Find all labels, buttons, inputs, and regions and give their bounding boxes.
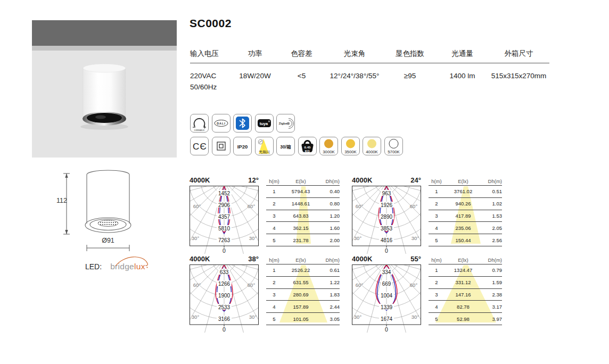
table-cell: 1448.61 bbox=[282, 201, 319, 206]
spec-value: 12°/24°/38°/55° bbox=[326, 70, 383, 93]
svg-text:3500K: 3500K bbox=[344, 150, 357, 154]
svg-text:60°: 60° bbox=[193, 282, 201, 288]
svg-text:3166: 3166 bbox=[218, 316, 231, 322]
svg-text:无频闪: 无频闪 bbox=[259, 150, 270, 154]
table-row: 4157.892.44 bbox=[266, 301, 340, 313]
spec-value: 18W/20W bbox=[233, 70, 277, 93]
table-cell: 3 bbox=[429, 292, 445, 297]
svg-text:30°: 30° bbox=[354, 235, 362, 241]
qty-per-carton-icon: 30/箱 bbox=[276, 137, 295, 155]
table-cell: 2 bbox=[266, 201, 282, 206]
svg-text:1339: 1339 bbox=[381, 304, 393, 310]
table-row: 482.783.17 bbox=[429, 301, 502, 313]
svg-text:30/箱: 30/箱 bbox=[280, 144, 291, 150]
svg-text:2906: 2906 bbox=[218, 202, 231, 208]
bluetooth-icon bbox=[234, 114, 251, 132]
illuminance-table: h(m)E(lx)Dh(m)13761.020.512940.261.02341… bbox=[429, 177, 502, 246]
svg-text:1004: 1004 bbox=[381, 293, 393, 299]
dimmable-icon: DIMMABLE bbox=[190, 114, 209, 133]
beam-angle-label: 12° bbox=[248, 176, 259, 184]
cct-4000k-icon: 4000K bbox=[363, 137, 381, 155]
table-row: 3643.831.20 bbox=[266, 210, 340, 222]
table-row: 11324.470.79 bbox=[429, 264, 502, 277]
svg-text:30°: 30° bbox=[412, 314, 419, 320]
table-cell: 4 bbox=[266, 304, 282, 310]
svg-text:4816: 4816 bbox=[381, 237, 393, 243]
beam-angle-label: 55° bbox=[410, 255, 421, 263]
spec-header: 外箱尺寸 bbox=[488, 49, 549, 59]
svg-text:2890: 2890 bbox=[381, 214, 393, 220]
table-cell: 1.20 bbox=[319, 213, 340, 219]
table-row: 552.983.97 bbox=[429, 313, 502, 325]
ip20-icon: IP20 bbox=[233, 137, 252, 155]
svg-text:334: 334 bbox=[382, 269, 391, 275]
svg-text:1452: 1452 bbox=[218, 191, 231, 196]
table-header-cell: Dh(m) bbox=[482, 257, 502, 263]
table-row: 3280.691.83 bbox=[266, 289, 340, 301]
table-cell: 1.60 bbox=[319, 225, 340, 231]
svg-text:IP20: IP20 bbox=[237, 144, 248, 150]
table-cell: 362.15 bbox=[282, 225, 319, 231]
ip20-icon: IP20 bbox=[234, 137, 251, 155]
svg-text:1900: 1900 bbox=[218, 293, 231, 299]
tuya-icon: tuya bbox=[256, 114, 273, 132]
table-cell: 0.51 bbox=[482, 188, 502, 194]
table-cell: 1.02 bbox=[482, 201, 502, 206]
svg-text:60°: 60° bbox=[410, 203, 418, 209]
table-header-cell: h(m) bbox=[266, 178, 282, 184]
svg-text:5810: 5810 bbox=[218, 226, 231, 231]
svg-text:30°: 30° bbox=[354, 314, 362, 320]
svg-text:7263: 7263 bbox=[218, 237, 231, 243]
svg-text:60°: 60° bbox=[193, 203, 201, 209]
qty-per-carton-icon: 30/箱 bbox=[277, 137, 294, 155]
table-cell: 3 bbox=[429, 213, 445, 219]
photometric-set-24°: 4000K24°963192628903853481660°60°30°30°0… bbox=[352, 176, 589, 256]
svg-text:30°: 30° bbox=[192, 314, 200, 320]
svg-text:4000K: 4000K bbox=[366, 150, 378, 154]
cct-3500k-icon: 3500K bbox=[341, 137, 360, 155]
svg-text:DIMMABLE: DIMMABLE bbox=[194, 129, 205, 131]
spec-value: <5 bbox=[277, 70, 326, 93]
table-cell: 631.55 bbox=[282, 279, 319, 285]
cct-label: 4000K bbox=[190, 255, 210, 263]
diagram-header: 4000K55° bbox=[352, 255, 421, 264]
svg-text:1266: 1266 bbox=[218, 281, 231, 287]
svg-text:0: 0 bbox=[385, 247, 388, 254]
cct-4000k-icon: 4000K bbox=[363, 137, 381, 155]
dimension-drawing bbox=[51, 168, 173, 259]
table-row: 2331.121.59 bbox=[429, 277, 502, 289]
illuminance-table: h(m)E(lx)Dh(m)11324.470.792331.121.59314… bbox=[429, 256, 502, 325]
table-row: 2940.261.02 bbox=[429, 198, 502, 210]
table-cell: 3.17 bbox=[482, 304, 502, 310]
beam-angle-label: 24° bbox=[410, 176, 421, 184]
table-cell: 5794.43 bbox=[282, 188, 319, 194]
table-cell: 2.56 bbox=[482, 237, 502, 243]
table-cell: 1 bbox=[429, 267, 445, 273]
table-header-row: h(m)E(lx)Dh(m) bbox=[429, 256, 502, 264]
table-cell: 2 bbox=[429, 279, 445, 285]
table-cell: 331.12 bbox=[445, 279, 482, 285]
zigbee-icon: Zigbee bbox=[277, 114, 294, 132]
table-header-cell: h(m) bbox=[429, 257, 445, 263]
table-cell: 82.78 bbox=[445, 304, 482, 310]
table-header-cell: h(m) bbox=[266, 257, 282, 263]
svg-text:C: C bbox=[193, 142, 199, 152]
table-row: 4235.062.05 bbox=[429, 222, 502, 234]
diagram-header: 4000K38° bbox=[190, 255, 259, 264]
dali-icon: DALI bbox=[212, 114, 230, 132]
spec-value: 515x315x270mm bbox=[488, 70, 549, 93]
table-header-cell: E(lx) bbox=[282, 178, 319, 184]
table-header-cell: h(m) bbox=[429, 178, 445, 184]
product-photo bbox=[32, 20, 177, 158]
table-cell: 235.06 bbox=[445, 225, 482, 231]
table-header-row: h(m)E(lx)Dh(m) bbox=[266, 256, 340, 264]
svg-text:60°: 60° bbox=[248, 203, 256, 209]
table-row: 21448.610.80 bbox=[266, 198, 340, 210]
svg-text:60°: 60° bbox=[356, 282, 364, 288]
photo-ceiling-strip bbox=[32, 46, 177, 51]
table-header-cell: Dh(m) bbox=[319, 257, 340, 263]
led-brand-row: LED: bridgelux bbox=[85, 262, 145, 271]
cct-label: 4000K bbox=[352, 176, 372, 184]
polar-plot: 963192628903853481660°60°30°30°0 bbox=[352, 186, 421, 256]
svg-text:2533: 2533 bbox=[218, 304, 231, 310]
